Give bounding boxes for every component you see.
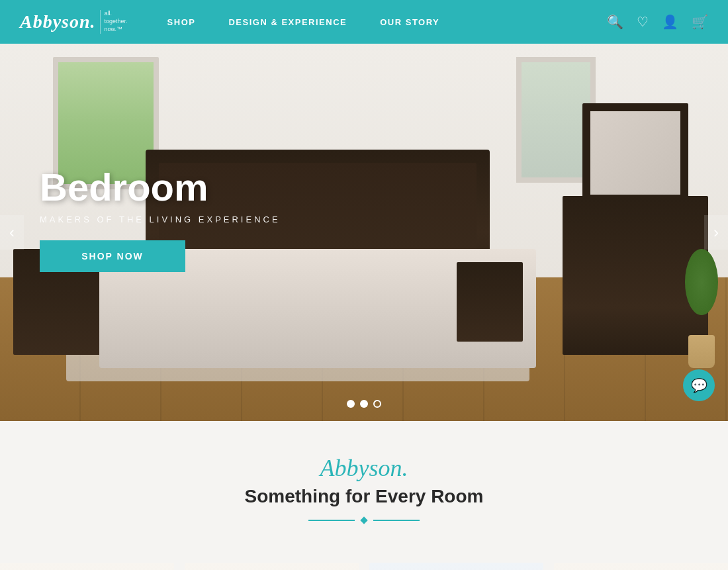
product-card-bedroom[interactable] [554, 563, 728, 570]
sidebar-item-our-story[interactable]: OUR STORY [380, 16, 439, 28]
nav-links: SHOP DESIGN & EXPERIENCE OUR STORY [167, 16, 607, 28]
hero-overlay: Bedroom MAKERS OF THE LIVING EXPERIENCE … [0, 44, 728, 421]
account-icon[interactable]: 👤 [662, 14, 678, 30]
chat-bubble-button[interactable]: 💬 [683, 369, 715, 401]
divider-diamond [360, 516, 367, 524]
wishlist-icon[interactable]: ♡ [637, 14, 649, 30]
sidebar-item-shop[interactable]: SHOP [167, 16, 196, 28]
chat-icon: 💬 [691, 377, 707, 393]
carousel-dot-2[interactable] [360, 400, 368, 408]
logo-text: Abbyson. [20, 11, 96, 32]
brand-section: Abbyson. Something for Every Room [0, 421, 728, 563]
navbar: Abbyson. all. together. now.™ SHOP DESIG… [0, 0, 728, 44]
product-card-dining-room[interactable] [185, 563, 359, 570]
divider-line-right [373, 520, 420, 521]
sidebar-item-design-experience[interactable]: DESIGN & EXPERIENCE [228, 16, 347, 28]
products-row [0, 563, 728, 570]
carousel-dot-1[interactable] [347, 400, 355, 408]
product-card-accent-chairs[interactable] [369, 563, 543, 570]
search-icon[interactable]: 🔍 [607, 14, 623, 30]
carousel-next-button[interactable]: › [704, 215, 728, 250]
nav-icons: 🔍 ♡ 👤 🛒 [607, 14, 708, 30]
sofa-image [0, 563, 174, 570]
product-card-living-room[interactable] [0, 563, 174, 570]
cart-icon[interactable]: 🛒 [692, 14, 708, 30]
hero-subtitle: MAKERS OF THE LIVING EXPERIENCE [40, 214, 688, 224]
logo-tagline: all. together. now.™ [100, 10, 128, 33]
carousel-prev-button[interactable]: ‹ [0, 215, 24, 250]
section-title: Something for Every Room [13, 486, 715, 507]
section-divider [13, 518, 715, 523]
brand-script: Abbyson. [13, 454, 715, 482]
divider-line-left [308, 520, 355, 521]
shop-now-button[interactable]: SHOP NOW [40, 240, 185, 272]
hero-section: Bedroom MAKERS OF THE LIVING EXPERIENCE … [0, 44, 728, 421]
table-image [185, 563, 359, 570]
hero-category: Bedroom [40, 166, 688, 209]
chair-image [369, 563, 543, 570]
carousel-dot-3[interactable] [373, 400, 381, 408]
bed-card-image [554, 563, 728, 570]
logo[interactable]: Abbyson. all. together. now.™ [20, 10, 128, 33]
carousel-dots [347, 400, 381, 408]
